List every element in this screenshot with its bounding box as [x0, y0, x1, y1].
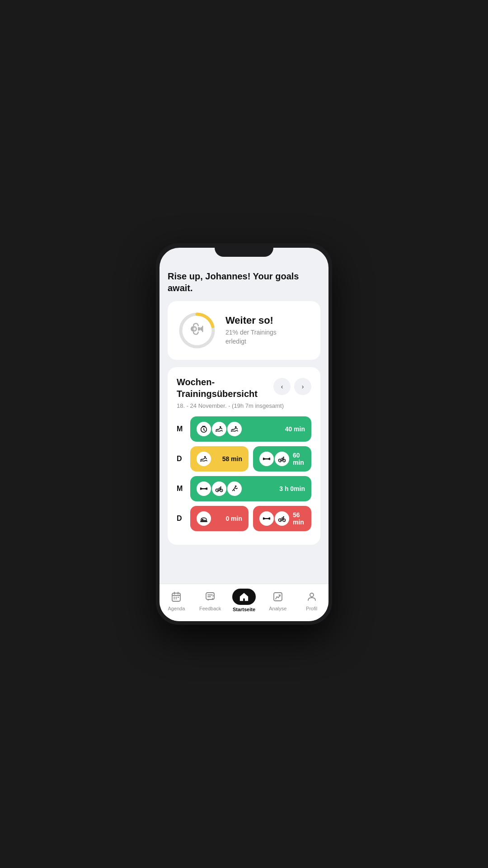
nav-item-analyse[interactable]: Analyse [261, 590, 295, 611]
analyse-label: Analyse [269, 606, 286, 611]
timer-icon [197, 422, 211, 436]
svg-point-46 [310, 593, 314, 597]
startseite-label: Startseite [233, 607, 255, 612]
icons-group-m2 [197, 481, 242, 496]
nav-item-agenda[interactable]: Agenda [160, 590, 193, 611]
icons-group-d2a [197, 511, 211, 526]
bike-icon-m2 [212, 481, 226, 496]
svg-rect-41 [178, 597, 179, 598]
day-label-m1: M [177, 425, 186, 433]
phone-notch [215, 243, 273, 257]
prev-week-button[interactable]: ‹ [273, 378, 291, 395]
nav-item-profil[interactable]: Profil [295, 590, 328, 611]
svg-point-9 [204, 456, 206, 458]
svg-rect-28 [200, 521, 207, 522]
svg-rect-3 [201, 327, 202, 331]
main-scroll-area: Rise up, Johannes! Your goals await. [160, 248, 328, 584]
block-time-m1: 40 min [285, 425, 305, 433]
analyse-icon-wrap [268, 590, 288, 604]
svg-point-8 [235, 426, 237, 428]
svg-rect-12 [269, 458, 270, 460]
bike-icon-d1 [275, 452, 289, 466]
weights-icon-d2 [259, 511, 274, 526]
day-label-d1: D [177, 455, 186, 463]
sleep-icon-d2 [197, 511, 211, 526]
feedback-icon-wrap [200, 590, 220, 604]
icons-group [197, 422, 242, 436]
phone-screen: Rise up, Johannes! Your goals await. [160, 248, 328, 621]
block-time-d1a: 58 min [222, 455, 242, 462]
svg-rect-34 [268, 518, 269, 519]
profil-label: Profil [306, 606, 317, 611]
run-icon-m2 [227, 481, 242, 496]
svg-rect-4 [202, 326, 203, 332]
svg-point-26 [235, 486, 237, 487]
training-row-tuesday: D 58 min [177, 446, 311, 472]
day-label-m2: M [177, 485, 186, 493]
weekly-title: Wochen-Trainingsübersicht [177, 376, 258, 400]
progress-ring [177, 310, 217, 351]
svg-rect-27 [201, 520, 207, 521]
svg-rect-31 [263, 517, 264, 519]
progress-card: Weiter so! 21% der Trainings erledigt [168, 301, 320, 360]
training-block-yellow[interactable]: 58 min [190, 446, 249, 472]
block-time-d1b: 60 min [293, 452, 305, 466]
swim-icon-1 [212, 422, 226, 436]
training-block-green[interactable]: 40 min [190, 416, 311, 442]
svg-rect-22 [206, 488, 206, 490]
icons-group-d2b [259, 511, 289, 526]
block-time-d2a: 0 min [225, 515, 242, 522]
svg-rect-33 [264, 518, 265, 519]
bike-icon-d2 [275, 511, 289, 526]
startseite-icon-wrap [232, 589, 256, 605]
weights-icon-d1 [259, 452, 274, 466]
training-row-thursday: D 0 min [177, 506, 311, 531]
icons-group-d1b [259, 452, 289, 466]
next-week-button[interactable]: › [294, 378, 311, 395]
profil-icon-wrap [302, 590, 322, 604]
svg-rect-19 [200, 487, 202, 490]
day-label-d2: D [177, 514, 186, 523]
training-row-monday-1: M [177, 416, 311, 442]
progress-subtitle: 21% der Trainings erledigt [225, 328, 277, 346]
svg-rect-20 [206, 487, 207, 490]
training-row-wednesday: M [177, 476, 311, 501]
nav-buttons: ‹ › [273, 378, 311, 395]
weights-icon-m2 [197, 481, 211, 496]
svg-rect-21 [202, 488, 202, 490]
training-block-red-d2a[interactable]: 0 min [190, 506, 249, 531]
svg-rect-42 [174, 599, 175, 599]
progress-title: Weiter so! [225, 315, 277, 326]
swim-icon-2 [227, 422, 242, 436]
nav-item-startseite[interactable]: Startseite [227, 589, 261, 612]
svg-rect-32 [269, 517, 270, 519]
weekly-training-card: Wochen-Trainingsübersicht ‹ › 18. - 24 N… [168, 367, 320, 545]
icons-group-d1a [197, 452, 211, 466]
svg-rect-13 [264, 458, 265, 460]
training-block-green-d1[interactable]: 60 min [253, 446, 311, 472]
svg-point-7 [220, 426, 221, 428]
svg-rect-45 [274, 593, 282, 601]
block-time-m2: 3 h 0min [279, 485, 305, 492]
phone-frame: Rise up, Johannes! Your goals await. [156, 243, 332, 625]
nav-item-feedback[interactable]: Feedback [193, 590, 227, 611]
agenda-label: Agenda [168, 606, 185, 611]
training-block-red-d2b[interactable]: 56 min [253, 506, 311, 531]
trophy-icon [189, 321, 205, 340]
swim-icon-d1 [197, 452, 211, 466]
svg-rect-40 [176, 597, 177, 598]
block-time-d2b: 56 min [293, 511, 305, 526]
svg-rect-39 [174, 597, 175, 598]
weekly-date: 18. - 24 November. - (19h 7m insgesamt) [177, 402, 311, 409]
training-block-green-m2[interactable]: 3 h 0min [190, 476, 311, 501]
agenda-icon-wrap [166, 590, 186, 604]
feedback-label: Feedback [199, 606, 221, 611]
weekly-header: Wochen-Trainingsübersicht ‹ › [177, 376, 311, 400]
svg-rect-29 [202, 519, 204, 520]
page-title: Rise up, Johannes! Your goals await. [168, 270, 320, 294]
progress-text: Weiter so! 21% der Trainings erledigt [225, 315, 277, 346]
svg-rect-11 [263, 458, 264, 460]
svg-rect-14 [268, 458, 269, 460]
bottom-nav: Agenda Feedback [160, 584, 328, 621]
svg-rect-43 [176, 599, 177, 599]
